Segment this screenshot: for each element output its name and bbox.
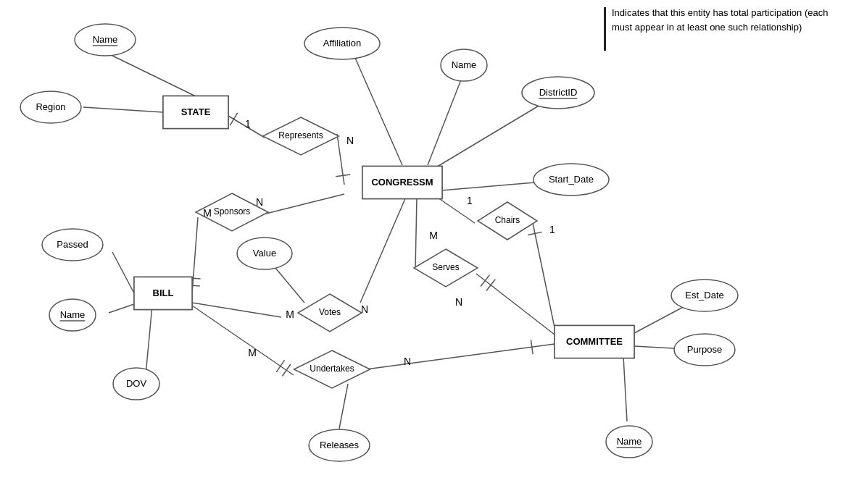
er-diagram	[0, 0, 843, 504]
legend-bar	[604, 7, 606, 51]
legend-text: Indicates that this entity has total par…	[612, 6, 836, 34]
legend-box: Indicates that this entity has total par…	[604, 6, 836, 51]
